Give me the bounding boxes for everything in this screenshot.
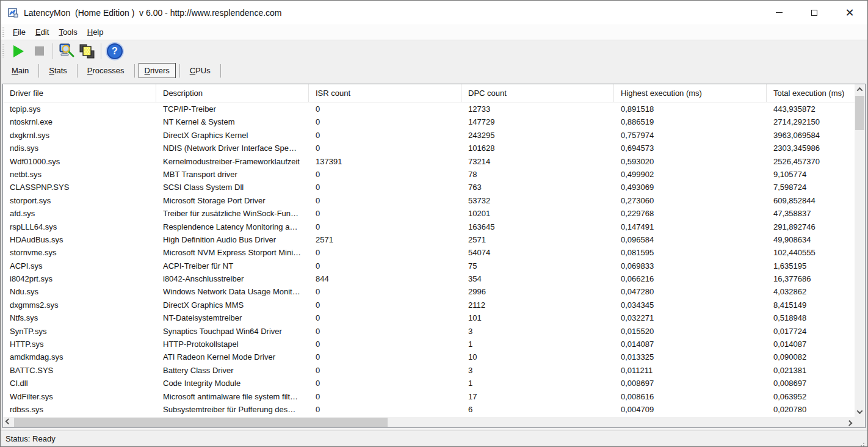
cell-total_execution_ms: 47,358837	[767, 207, 855, 220]
cell-total_execution_ms: 0,017724	[767, 325, 855, 338]
table-row[interactable]: amdkmdag.sysATI Radeon Kernel Mode Drive…	[3, 351, 855, 363]
cell-highest_execution_ms: 0,014087	[614, 338, 767, 351]
chevron-right-icon	[847, 420, 853, 426]
horizontal-scrollbar[interactable]	[3, 417, 855, 427]
report-button[interactable]	[77, 42, 98, 60]
cell-highest_execution_ms: 0,886519	[614, 115, 767, 128]
cell-dpc_count: 101	[461, 311, 614, 324]
scroll-down-button[interactable]	[855, 407, 865, 417]
cell-isr_count: 0	[309, 403, 461, 416]
cell-driver: HTTP.sys	[3, 338, 156, 351]
cell-isr_count: 0	[309, 115, 461, 128]
vertical-scrollbar[interactable]	[855, 84, 865, 417]
close-icon: ✕	[845, 7, 854, 18]
chevron-up-icon	[857, 87, 863, 93]
cell-highest_execution_ms: 0,034345	[614, 299, 767, 311]
cell-highest_execution_ms: 0,757974	[614, 129, 767, 142]
table-row[interactable]: afd.sysTreiber für zusätzliche WinSock-F…	[3, 207, 855, 220]
tab-stats[interactable]: Stats	[43, 63, 73, 78]
table-row[interactable]: dxgmms2.sysDirectX Graphics MMS021120,03…	[3, 299, 855, 311]
tab-drivers[interactable]: Drivers	[139, 63, 176, 78]
cell-isr_count: 0	[309, 311, 461, 324]
table-header: Driver file Description ISR count DPC co…	[3, 84, 855, 103]
table-row[interactable]: Wdf01000.sysKernelmodustreiber-Framework…	[3, 155, 855, 168]
cell-highest_execution_ms: 0,013325	[614, 351, 767, 363]
analyze-button[interactable]	[56, 42, 77, 60]
cell-isr_count: 137391	[309, 155, 461, 168]
table-row[interactable]: Ndu.sysWindows Network Data Usage Monit……	[3, 285, 855, 298]
cell-dpc_count: 73214	[461, 155, 614, 168]
scroll-right-button[interactable]	[844, 417, 855, 427]
table-row[interactable]: CLASSPNP.SYSSCSI Class System Dll07630,4…	[3, 181, 855, 194]
column-header-highest-execution[interactable]: Highest execution (ms)	[614, 84, 767, 102]
cell-description: ACPI-Treiber für NT	[156, 260, 309, 272]
table-row[interactable]: ACPI.sysACPI-Treiber für NT0750,0698331,…	[3, 260, 855, 272]
table-row[interactable]: Ntfs.sysNT-Dateisystemtreiber01010,03227…	[3, 311, 855, 324]
table-row[interactable]: tcpip.sysTCP/IP-Treiber0127330,891518443…	[3, 103, 855, 115]
horizontal-scrollbar-thumb[interactable]	[14, 418, 388, 427]
app-icon	[8, 8, 18, 18]
table-row[interactable]: WdFilter.sysMicrosoft antimalware file s…	[3, 390, 855, 403]
cell-dpc_count: 1	[461, 377, 614, 390]
cell-driver: CLASSPNP.SYS	[3, 181, 156, 194]
help-button[interactable]: ?	[104, 42, 125, 60]
table-row[interactable]: HTTP.sysHTTP-Protokollstapel010,0140870,…	[3, 338, 855, 351]
cell-highest_execution_ms: 0,011211	[614, 364, 767, 377]
column-header-dpc-count[interactable]: DPC count	[461, 84, 614, 102]
table-row[interactable]: ndis.sysNDIS (Network Driver Interface S…	[3, 142, 855, 154]
table-row[interactable]: stornvme.sysMicrosoft NVM Express Storpo…	[3, 246, 855, 259]
scroll-up-button[interactable]	[855, 84, 865, 95]
table-row[interactable]: HDAudBus.sysHigh Definition Audio Bus Dr…	[3, 233, 855, 246]
table-row[interactable]: ntoskrnl.exeNT Kernel & System01477290,8…	[3, 115, 855, 128]
start-monitor-button[interactable]	[8, 42, 29, 60]
cell-total_execution_ms: 2714,292150	[767, 115, 855, 128]
cell-dpc_count: 75	[461, 260, 614, 272]
menu-tools[interactable]: Tools	[54, 26, 82, 38]
table-row[interactable]: storport.sysMicrosoft Storage Port Drive…	[3, 194, 855, 207]
menu-file[interactable]: File	[8, 26, 31, 38]
minimize-button[interactable]	[761, 1, 797, 24]
table-row[interactable]: netbt.sysMBT Transport driver0780,499902…	[3, 168, 855, 181]
maximize-button[interactable]	[797, 1, 832, 24]
menu-help[interactable]: Help	[82, 26, 109, 38]
tab-cpus[interactable]: CPUs	[184, 63, 217, 78]
cell-driver: dxgkrnl.sys	[3, 129, 156, 142]
tab-separator	[38, 64, 39, 78]
minimize-icon	[776, 12, 783, 13]
table-row[interactable]: rspLLL64.sysResplendence Latency Monitor…	[3, 220, 855, 233]
vertical-scrollbar-thumb[interactable]	[855, 96, 864, 130]
cell-dpc_count: 10201	[461, 207, 614, 220]
cell-total_execution_ms: 0,518948	[767, 311, 855, 324]
cell-driver: dxgmms2.sys	[3, 299, 156, 311]
menu-edit[interactable]: Edit	[31, 26, 54, 38]
cell-isr_count: 0	[309, 220, 461, 233]
table-row[interactable]: rdbss.sysSubsystemtreiber für Pufferung …	[3, 403, 855, 416]
table-row[interactable]: CI.dllCode Integrity Module010,0086970,0…	[3, 377, 855, 390]
resize-grip-icon[interactable]	[863, 443, 864, 444]
cell-driver: rdbss.sys	[3, 403, 156, 416]
column-header-isr-count[interactable]: ISR count	[309, 84, 461, 102]
table-row[interactable]: i8042prt.sysi8042-Anschlusstreiber844354…	[3, 272, 855, 285]
stop-monitor-button[interactable]	[29, 42, 49, 60]
cell-total_execution_ms: 102,440555	[767, 246, 855, 259]
table-row[interactable]: dxgkrnl.sysDirectX Graphics Kernel024329…	[3, 129, 855, 142]
cell-total_execution_ms: 0,021381	[767, 364, 855, 377]
cell-driver: rspLLL64.sys	[3, 220, 156, 233]
cell-highest_execution_ms: 0,066216	[614, 272, 767, 285]
close-button[interactable]: ✕	[832, 1, 867, 24]
column-header-driver-file[interactable]: Driver file	[3, 84, 156, 102]
cell-driver: ACPI.sys	[3, 260, 156, 272]
cell-isr_count: 0	[309, 142, 461, 154]
tab-processes[interactable]: Processes	[81, 63, 131, 78]
cell-highest_execution_ms: 0,147491	[614, 220, 767, 233]
cell-highest_execution_ms: 0,891518	[614, 103, 767, 115]
scroll-left-button[interactable]	[3, 417, 13, 427]
latencymon-window: LatencyMon (Home Edition ) v 6.00 - http…	[0, 0, 868, 447]
column-header-description[interactable]: Description	[156, 84, 309, 102]
column-header-total-execution[interactable]: Total execution (ms)	[767, 84, 855, 102]
cell-description: Subsystemtreiber für Pufferung des…	[156, 403, 309, 416]
table-row[interactable]: SynTP.sysSynaptics Touchpad Win64 Driver…	[3, 325, 855, 338]
tab-main[interactable]: Main	[5, 63, 35, 78]
cell-dpc_count: 147729	[461, 115, 614, 128]
table-row[interactable]: BATTC.SYSBattery Class Driver030,0112110…	[3, 364, 855, 377]
